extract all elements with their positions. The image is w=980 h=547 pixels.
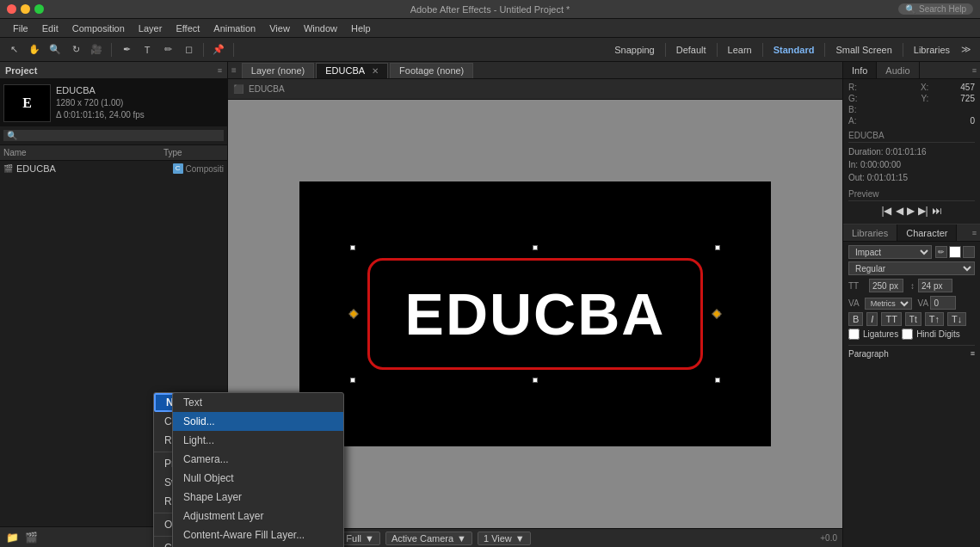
select-tool[interactable]: ↖ <box>5 41 22 58</box>
tab-libraries[interactable]: Libraries <box>843 224 897 241</box>
viewer-toolbar: ⬛ EDUCBA <box>228 79 842 100</box>
submenu-shape[interactable]: Shape Layer <box>173 488 343 507</box>
metrics-dropdown[interactable]: Metrics <box>865 298 912 310</box>
prev-end-icon[interactable]: ⏭ <box>932 205 942 217</box>
footage-tab[interactable]: Footage (none) <box>390 63 473 78</box>
preview-info: EDUCBA 1280 x 720 (1.00) Δ 0:01:01:16, 2… <box>56 84 145 121</box>
brush-tool[interactable]: ✏ <box>159 41 176 58</box>
submenu-light[interactable]: Light... <box>173 431 343 450</box>
shape-label: Shape Layer <box>183 491 242 503</box>
font-bg-swatch[interactable] <box>963 246 975 258</box>
close-button[interactable] <box>7 4 16 14</box>
info-tabs: Info Audio ≡ <box>843 62 980 79</box>
menu-effect[interactable]: Effect <box>169 22 206 35</box>
text-tool[interactable]: T <box>139 41 156 58</box>
tab-character[interactable]: Character <box>897 224 957 241</box>
menu-file[interactable]: File <box>7 22 34 35</box>
submenu-null[interactable]: Null Object <box>173 469 343 488</box>
small-screen-label: Small Screen <box>831 45 896 55</box>
super-btn[interactable]: T↑ <box>925 312 944 326</box>
resolution-dropdown[interactable]: Full ▼ <box>340 532 380 545</box>
separator-7 <box>824 43 825 57</box>
comp-tab-educba[interactable]: EDUCBA ✕ <box>316 63 388 78</box>
italic-btn[interactable]: I <box>866 312 878 326</box>
list-item[interactable]: 🎬 EDUCBA C Compositi <box>0 161 227 176</box>
audio-tab-label: Audio <box>885 65 909 76</box>
sub-btn[interactable]: T↓ <box>947 312 966 326</box>
prev-back-icon[interactable]: ◀ <box>896 205 903 217</box>
menu-animation[interactable]: Animation <box>207 22 262 35</box>
submenu-camera[interactable]: Camera... <box>173 450 343 469</box>
comp-info-title: EDUCBA <box>848 131 975 143</box>
maximize-button[interactable] <box>34 4 44 14</box>
prev-fwd-icon[interactable]: ▶| <box>918 205 928 217</box>
leading-input[interactable] <box>918 279 952 292</box>
tab-audio[interactable]: Audio <box>877 62 919 78</box>
new-comp-btn[interactable]: 🎬 <box>24 531 38 544</box>
hindi-digits-checkbox[interactable] <box>902 329 913 340</box>
project-search-bar[interactable] <box>0 126 227 145</box>
menu-edit[interactable]: Edit <box>36 22 65 35</box>
preview-thumbnail: E <box>3 84 51 122</box>
new-folder-btn[interactable]: 📁 <box>5 531 19 544</box>
submenu-content-aware[interactable]: Content-Aware Fill Layer... <box>173 525 343 544</box>
null-label: Null Object <box>183 472 234 484</box>
prev-first-icon[interactable]: |◀ <box>881 205 891 217</box>
menu-view[interactable]: View <box>263 22 296 35</box>
font-color-swatch[interactable] <box>949 246 961 258</box>
tab-info[interactable]: Info <box>843 62 877 78</box>
menu-window[interactable]: Window <box>298 22 343 35</box>
zoom-tool[interactable]: 🔍 <box>46 41 64 58</box>
search-bar[interactable]: 🔍 Search Help <box>898 3 973 15</box>
smallcaps-btn[interactable]: Tt <box>905 312 921 326</box>
item-type: C Compositi <box>173 163 224 174</box>
views-dropdown[interactable]: 1 View ▼ <box>478 532 531 545</box>
menu-bar: File Edit Composition Layer Effect Anima… <box>0 19 980 38</box>
res-chevron: ▼ <box>365 533 374 544</box>
font-size-input[interactable] <box>869 279 903 292</box>
style-dropdown[interactable]: Regular <box>848 261 975 275</box>
prev-play-icon[interactable]: ▶ <box>907 205 915 217</box>
x-val: 457 <box>960 83 975 92</box>
default-label: Default <box>672 45 711 55</box>
project-icon: ≡ <box>218 66 222 75</box>
menu-composition[interactable]: Composition <box>66 22 131 35</box>
comp-tab-label: EDUCBA <box>325 65 365 76</box>
window-controls[interactable] <box>7 4 44 14</box>
font-dropdown[interactable]: Impact <box>848 245 932 259</box>
tab-icon: ≡ <box>231 65 237 75</box>
menu-layer[interactable]: Layer <box>133 22 169 35</box>
allcaps-btn[interactable]: TT <box>881 312 901 326</box>
ligatures-checkbox[interactable] <box>848 329 860 340</box>
edit-font-btn[interactable]: ✏ <box>935 246 947 258</box>
pin-tool[interactable]: 📌 <box>210 41 227 58</box>
info-tab-label: Info <box>852 65 867 76</box>
comp-tab-close[interactable]: ✕ <box>372 66 379 76</box>
submenu-adjustment[interactable]: Adjustment Layer <box>173 507 343 525</box>
project-search-input[interactable] <box>3 130 224 141</box>
toolbar: ↖ ✋ 🔍 ↻ 🎥 ✒ T ✏ ◻ 📌 Snapping Default Lea… <box>0 38 980 62</box>
style-buttons: B I TT Tt T↑ T↓ <box>848 312 975 326</box>
project-header: Project ≡ <box>0 62 227 79</box>
composition-icon: 🎬 <box>3 164 13 173</box>
camera-tool[interactable]: 🎥 <box>88 41 105 58</box>
rotate-tool[interactable]: ↻ <box>67 41 84 58</box>
hand-tool[interactable]: ✋ <box>26 41 43 58</box>
tracking-input[interactable] <box>930 296 956 310</box>
size-icon: TT <box>848 281 866 291</box>
view-dropdown[interactable]: Active Camera ▼ <box>385 532 472 545</box>
search-label: Search Help <box>919 4 966 14</box>
pen-tool[interactable]: ✒ <box>118 41 135 58</box>
expand-btn[interactable]: ≫ <box>958 41 975 58</box>
viewer-tab[interactable]: Layer (none) <box>242 63 314 78</box>
submenu-solid[interactable]: Solid... <box>173 412 343 431</box>
menu-help[interactable]: Help <box>345 22 377 35</box>
handle-bot-mid <box>533 378 538 383</box>
font-style-icons: ✏ <box>935 246 975 258</box>
bold-btn[interactable]: B <box>848 312 863 326</box>
project-title: Project <box>5 65 37 76</box>
y-val: 725 <box>960 94 975 103</box>
submenu-text[interactable]: Text <box>173 393 343 412</box>
minimize-button[interactable] <box>21 4 30 14</box>
eraser-tool[interactable]: ◻ <box>180 41 197 58</box>
